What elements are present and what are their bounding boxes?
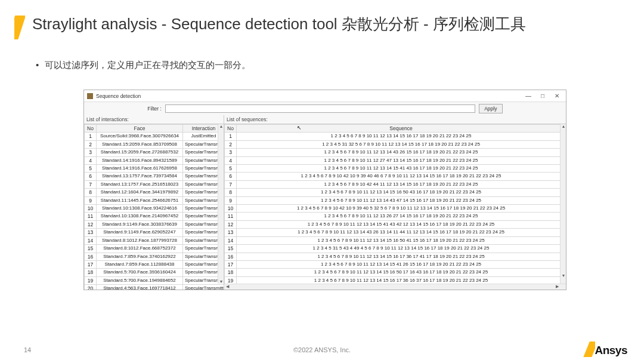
filter-input[interactable] [165, 104, 475, 113]
interactions-scrollbar-v[interactable]: ▲ ▼ [218, 124, 224, 284]
cell-no: 14 [225, 236, 237, 244]
table-row[interactable]: 81 2 3 4 5 6 7 8 9 10 11 12 13 14 15 16 … [225, 189, 566, 196]
cell-sequence: 1 2 3 4 5 6 7 8 9 10 11 12 13 14 43 26 1… [237, 149, 566, 156]
interactions-table: No Face Interaction 1Source/Solid:3968.F… [84, 124, 224, 290]
sequences-table: No Sequence 11 2 3 4 5 6 7 8 9 10 11 12 … [224, 124, 566, 290]
col-header-seq-no[interactable]: No [225, 125, 237, 133]
cell-no: 7 [85, 180, 97, 188]
cell-sequence: 1 2 3 4 5 6 7 8 9 10 11 12 13 14 15 16 1… [237, 133, 566, 140]
table-row[interactable]: 11 2 3 4 5 6 7 8 9 10 11 12 13 14 15 16 … [225, 133, 566, 140]
cell-sequence: 1 2 3 4 5 6 7 8 9 10 11 12 13 14 15 16 5… [237, 189, 566, 196]
window-title-text: Sequence detection [96, 93, 141, 99]
scroll-up-icon[interactable]: ▲ [561, 124, 566, 128]
col-header-sequence[interactable]: Sequence [237, 125, 566, 133]
table-row[interactable]: 19Standard.5:700.Face.1949884652Specular… [85, 276, 224, 284]
cell-sequence: 1 2 3 4 5 6 7 8 9 10 11 12 13 14 43 47 1… [237, 196, 566, 204]
table-row[interactable]: 17Standard.7:859.Face.112888438SpecularT… [85, 260, 224, 268]
apply-button[interactable]: Apply [479, 104, 503, 113]
table-row[interactable]: 21 2 3 4 5 31 32 5 6 7 8 9 10 11 12 13 1… [225, 140, 566, 148]
slide-footer: 14 ©2022 ANSYS, Inc. [0, 344, 644, 356]
minimize-button[interactable]: — [522, 91, 535, 100]
table-row[interactable]: 131 2 3 4 5 6 7 8 9 10 11 12 13 14 43 26… [225, 229, 566, 236]
table-row[interactable]: 171 2 3 4 5 6 7 8 9 10 11 12 13 14 15 41… [225, 260, 566, 268]
table-row[interactable]: 31 2 3 4 5 6 7 8 9 10 11 12 13 14 43 26 … [225, 149, 566, 156]
table-row[interactable]: 12Standard.9:1149.Face.3038376639Specula… [85, 220, 224, 228]
table-row[interactable]: 9Standard.11:1445.Face.2546626751Specula… [85, 196, 224, 204]
table-row[interactable]: 121 2 3 4 5 6 7 8 9 10 11 12 13 14 15 41… [225, 220, 566, 228]
sequences-scrollbar-v[interactable]: ▲ ▼ [560, 124, 566, 284]
table-row[interactable]: 181 2 3 4 5 6 7 8 9 10 11 12 13 14 15 16… [225, 269, 566, 276]
cell-sequence: 1 2 3 4 5 6 7 8 9 10 11 12 13 26 27 14 1… [237, 213, 566, 220]
scroll-left-icon[interactable]: ◀ [224, 284, 230, 289]
cell-no: 6 [85, 173, 97, 180]
table-row[interactable]: 91 2 3 4 5 6 7 8 9 10 11 12 13 14 43 47 … [225, 196, 566, 204]
filter-bar: Filter : Apply [84, 102, 566, 115]
table-row[interactable]: 6Standard.13:1757.Face.739734584Specular… [85, 173, 224, 180]
table-row[interactable]: 101 2 3 4 5 6 7 8 9 10 42 10 9 39 40 5 3… [225, 205, 566, 213]
cell-no: 7 [225, 180, 237, 188]
cell-no: 17 [85, 260, 97, 268]
scroll-down-icon[interactable]: ▼ [561, 273, 566, 278]
table-row[interactable]: 61 2 3 4 5 6 7 8 9 10 42 10 9 39 40 46 6… [225, 173, 566, 180]
table-row[interactable]: 161 2 3 4 5 6 7 8 9 10 11 12 13 14 15 16… [225, 253, 566, 260]
cell-sequence: 1 2 3 4 5 6 7 8 9 10 11 12 13 14 15 16 5… [237, 269, 566, 276]
filter-label: Filter : [147, 106, 162, 112]
cell-no: 18 [85, 269, 97, 276]
cursor-icon: ↖ [297, 125, 302, 131]
table-row[interactable]: 8Standard.12:1604.Face.3441979892Specula… [85, 189, 224, 196]
cell-face: Standard.12:1604.Face.3441979892 [97, 189, 183, 196]
table-row[interactable]: 4Standard.14:1916.Face.894321589Specular… [85, 156, 224, 164]
table-row[interactable]: 151 2 3 4 5 31 5 43 4 49 4 5 6 7 8 9 10 … [225, 245, 566, 253]
cell-face: Standard.8:1012.Face.1877993728 [97, 236, 183, 244]
cell-no: 12 [85, 220, 97, 228]
table-row[interactable]: 7Standard.13:1757.Face.2516518023Specula… [85, 180, 224, 188]
cell-no: 14 [85, 236, 97, 244]
table-row[interactable]: 15Standard.8:1012.Face.668752372Specular… [85, 245, 224, 253]
cell-face: Standard.9:1149.Face.3038376639 [97, 220, 183, 228]
cell-no: 9 [225, 196, 237, 204]
window-titlebar[interactable]: Sequence detection — □ ✕ [84, 90, 566, 102]
table-row[interactable]: 141 2 3 4 5 6 7 8 9 10 11 12 13 14 15 16… [225, 236, 566, 244]
col-header-no[interactable]: No [85, 125, 97, 133]
cell-no: 2 [225, 140, 237, 148]
scroll-up-icon[interactable]: ▲ [218, 124, 224, 128]
table-row[interactable]: 20Standard.4:563.Face.1697718412Specular… [85, 285, 224, 290]
scroll-down-icon[interactable]: ▼ [218, 279, 224, 284]
table-row[interactable]: 5Standard.14:1916.Face.617626958Specular… [85, 165, 224, 173]
table-row[interactable]: 51 2 3 4 5 6 7 8 9 10 11 12 13 14 15 41 … [225, 165, 566, 173]
table-row[interactable]: 14Standard.8:1012.Face.1877993728Specula… [85, 236, 224, 244]
table-row[interactable]: 13Standard.9:1149.Face.629052247Specular… [85, 229, 224, 236]
cell-no: 9 [85, 196, 97, 204]
table-row[interactable]: 41 2 3 4 5 6 7 8 9 10 11 12 27 47 13 14 … [225, 156, 566, 164]
table-row[interactable]: 1Source/Solid:3968.Face.3007926634JustEm… [85, 133, 224, 140]
table-row[interactable]: 111 2 3 4 5 6 7 8 9 10 11 12 13 26 27 14… [225, 213, 566, 220]
cell-no: 12 [225, 220, 237, 228]
logo-slash-icon [582, 342, 595, 357]
cell-no: 11 [225, 213, 237, 220]
maximize-button[interactable]: □ [536, 91, 549, 100]
cell-sequence: 1 2 3 4 5 6 7 8 9 10 42 44 11 12 13 14 1… [237, 180, 566, 188]
cell-sequence: 1 2 3 4 5 6 7 8 9 10 11 12 13 14 15 16 1… [237, 253, 566, 260]
table-row[interactable]: 18Standard.5:700.Face.3936160424Specular… [85, 269, 224, 276]
cell-face: Standard.4:563.Face.1697718412 [97, 285, 183, 290]
ansys-logo: Ansys [582, 342, 627, 357]
cell-face: Standard.5:700.Face.1949884652 [97, 276, 183, 284]
cell-no: 3 [225, 149, 237, 156]
sequences-scrollbar-h[interactable]: ◀ ▶ [224, 284, 566, 290]
cell-face: Standard.9:1149.Face.629052247 [97, 229, 183, 236]
cell-no: 2 [85, 140, 97, 148]
col-header-face[interactable]: Face [97, 125, 183, 133]
cell-sequence: 1 2 3 4 5 6 7 8 9 10 42 10 9 39 40 46 6 … [237, 173, 566, 180]
cell-sequence: 1 2 3 4 5 31 32 5 6 7 8 9 10 11 12 13 14… [237, 140, 566, 148]
table-row[interactable]: 3Standard.15:2059.Face.2726887532Specula… [85, 149, 224, 156]
table-row[interactable]: 2Standard.15:2059.Face.853709508Specular… [85, 140, 224, 148]
cell-no: 6 [225, 173, 237, 180]
table-row[interactable]: 16Standard.7:859.Face.3740162922Specular… [85, 253, 224, 260]
copyright: ©2022 ANSYS, Inc. [0, 346, 644, 353]
close-button[interactable]: ✕ [550, 91, 564, 100]
table-row[interactable]: 71 2 3 4 5 6 7 8 9 10 42 44 11 12 13 14 … [225, 180, 566, 188]
table-row[interactable]: 11Standard.10:1308.Face.2140967452Specul… [85, 213, 224, 220]
cell-face: Standard.11:1445.Face.2546626751 [97, 196, 183, 204]
table-row[interactable]: 10Standard.10:1308.Face.934224616Specula… [85, 205, 224, 213]
scroll-right-icon[interactable]: ▶ [554, 284, 560, 289]
